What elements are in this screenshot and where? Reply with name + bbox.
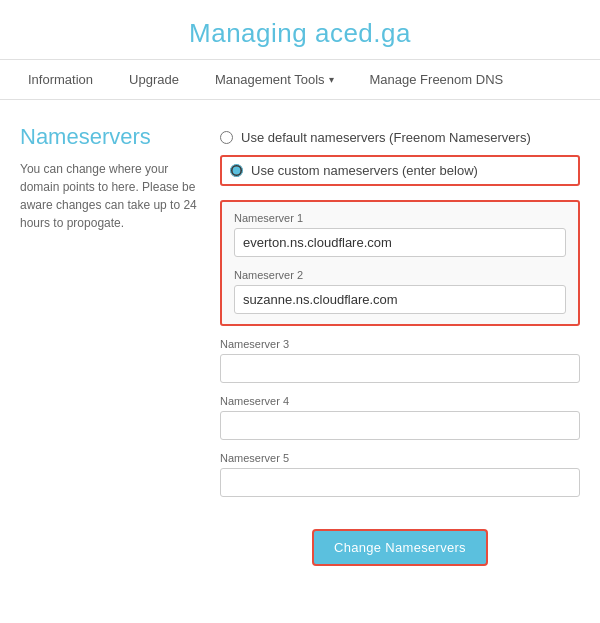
page-title: Managing aced.ga <box>0 18 600 49</box>
radio-custom-nameservers[interactable]: Use custom nameservers (enter below) <box>220 155 580 186</box>
left-panel: Nameservers You can change where your do… <box>20 124 200 566</box>
nameserver-fields-highlighted: Nameserver 1 Nameserver 2 <box>220 200 580 326</box>
section-description: You can change where your domain points … <box>20 160 200 232</box>
nav-upgrade[interactable]: Upgrade <box>111 60 197 99</box>
nav-bar: Information Upgrade Management Tools Man… <box>0 60 600 100</box>
radio-custom-label: Use custom nameservers (enter below) <box>251 163 478 178</box>
page-header: Managing aced.ga <box>0 0 600 60</box>
nameserver-2-input[interactable] <box>234 285 566 314</box>
nameserver-4-label: Nameserver 4 <box>220 395 580 407</box>
nameserver-1-label: Nameserver 1 <box>234 212 566 224</box>
nameserver-3-label: Nameserver 3 <box>220 338 580 350</box>
right-panel: Use default nameservers (Freenom Nameser… <box>220 124 580 566</box>
nav-information[interactable]: Information <box>10 60 111 99</box>
radio-default-nameservers[interactable]: Use default nameservers (Freenom Nameser… <box>220 124 580 151</box>
radio-default-input[interactable] <box>220 131 233 144</box>
nameserver-2-label: Nameserver 2 <box>234 269 566 281</box>
nav-management-tools[interactable]: Management Tools <box>197 60 352 99</box>
nav-manage-freenom-dns[interactable]: Manage Freenom DNS <box>352 60 522 99</box>
nameserver-3-group: Nameserver 3 <box>220 338 580 383</box>
nameserver-1-group: Nameserver 1 <box>234 212 566 257</box>
nameserver-3-input[interactable] <box>220 354 580 383</box>
main-content: Nameservers You can change where your do… <box>0 100 600 590</box>
nameserver-4-input[interactable] <box>220 411 580 440</box>
nameserver-5-label: Nameserver 5 <box>220 452 580 464</box>
nameserver-fields-extra: Nameserver 3 Nameserver 4 Nameserver 5 <box>220 338 580 497</box>
section-title: Nameservers <box>20 124 200 150</box>
nameserver-5-group: Nameserver 5 <box>220 452 580 497</box>
change-nameservers-button[interactable]: Change Nameservers <box>312 529 488 566</box>
nameserver-4-group: Nameserver 4 <box>220 395 580 440</box>
radio-custom-input[interactable] <box>230 164 243 177</box>
button-wrapper: Change Nameservers <box>220 511 580 566</box>
nameserver-5-input[interactable] <box>220 468 580 497</box>
radio-default-label: Use default nameservers (Freenom Nameser… <box>241 130 531 145</box>
nameserver-1-input[interactable] <box>234 228 566 257</box>
nameserver-2-group: Nameserver 2 <box>234 269 566 314</box>
